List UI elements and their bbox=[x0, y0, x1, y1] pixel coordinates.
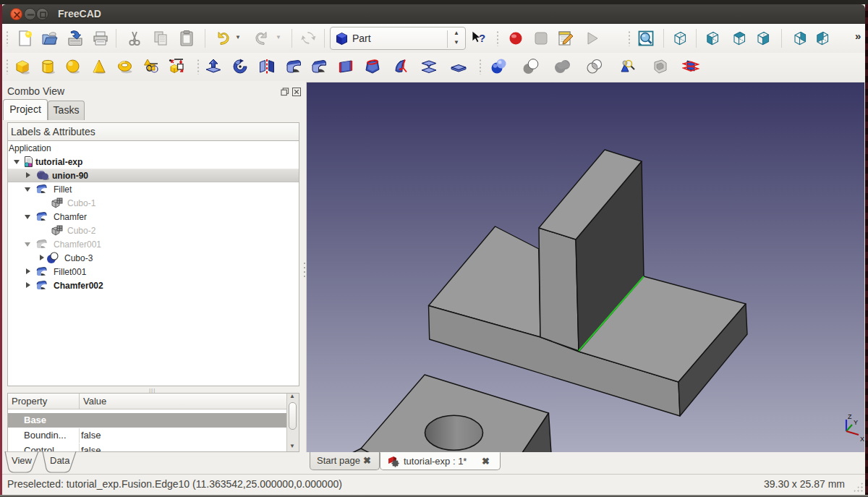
svg-text:Z: Z bbox=[848, 413, 852, 420]
svg-text:Data: Data bbox=[50, 455, 70, 466]
svg-text:Y: Y bbox=[854, 419, 858, 426]
svg-text:X: X bbox=[860, 436, 864, 443]
svg-text:View: View bbox=[12, 455, 33, 466]
